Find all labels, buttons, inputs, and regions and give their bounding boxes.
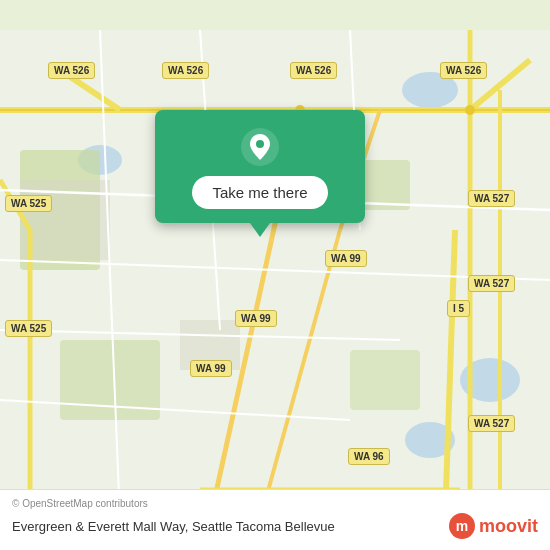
road-label-wa526-far-right: WA 526 [440,62,487,79]
popup-card: Take me there [155,110,365,223]
road-label-wa526-mid: WA 526 [162,62,209,79]
road-label-wa526-left: WA 526 [48,62,95,79]
svg-point-32 [465,105,475,115]
moovit-m-icon: m [448,512,476,540]
take-me-there-button[interactable]: Take me there [192,176,327,209]
location-text: Evergreen & Everett Mall Way, Seattle Ta… [12,519,448,534]
moovit-brand-text: moovit [479,516,538,537]
road-label-wa525-left: WA 525 [5,195,52,212]
road-label-wa99-center: WA 99 [325,250,367,267]
moovit-logo: m moovit [448,512,538,540]
road-label-i5: I 5 [447,300,470,317]
road-label-wa526-right-mid: WA 526 [290,62,337,79]
svg-rect-8 [350,350,420,410]
road-label-wa525-lower: WA 525 [5,320,52,337]
road-label-wa527-right: WA 527 [468,190,515,207]
location-pin-icon [241,128,279,166]
bottom-bar: © OpenStreetMap contributors Evergreen &… [0,489,550,550]
svg-text:m: m [456,518,468,534]
road-label-wa99-mid: WA 99 [235,310,277,327]
road-label-wa99-lower: WA 99 [190,360,232,377]
road-label-wa527-right2: WA 527 [468,275,515,292]
copyright-text: © OpenStreetMap contributors [12,498,538,509]
road-label-wa527-right3: WA 527 [468,415,515,432]
svg-point-34 [256,140,264,148]
road-label-wa96: WA 96 [348,448,390,465]
location-row: Evergreen & Everett Mall Way, Seattle Ta… [12,512,538,540]
map-container: WA 526 WA 526 WA 526 WA 526 WA 527 WA 52… [0,0,550,550]
